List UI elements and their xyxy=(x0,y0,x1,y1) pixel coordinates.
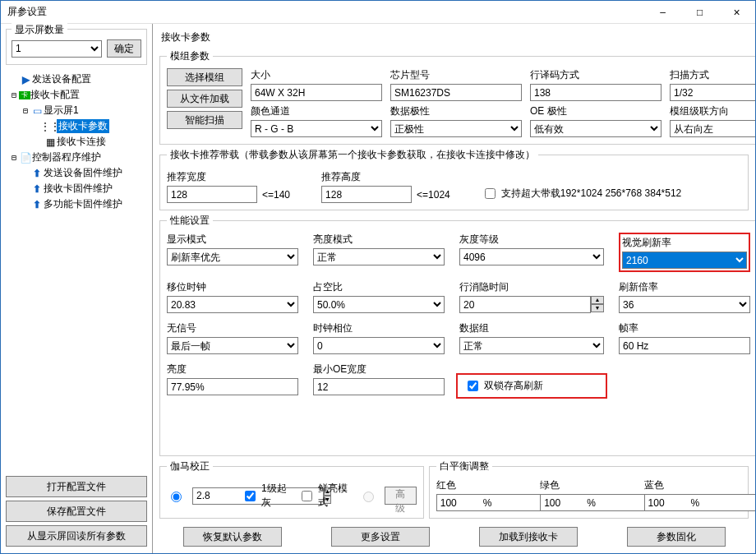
brightness-mode-select[interactable]: 正常 xyxy=(313,248,445,265)
shift-clock-label: 移位时钟 xyxy=(167,280,298,294)
scan-label: 扫描方式 xyxy=(670,68,755,82)
recommended-load-group: 接收卡推荐带载（带载参数从该屏幕第一个接收卡参数获取，在接收卡连接中修改） 推荐… xyxy=(159,148,749,210)
nosignal-select[interactable]: 最后一帧 xyxy=(167,337,298,354)
blank-down[interactable]: ▼ xyxy=(591,304,604,312)
advanced-button: 高级 xyxy=(385,487,417,505)
gray-label: 灰度等级 xyxy=(459,233,604,247)
double-latch-checkbox[interactable] xyxy=(468,381,478,391)
phase-label: 时钟相位 xyxy=(313,321,445,335)
minimize-button[interactable]: – xyxy=(644,1,681,24)
rec-legend: 接收卡推荐带载（带载参数从该屏幕第一个接收卡参数获取，在接收卡连接中修改） xyxy=(167,148,538,162)
level1-gray-label: 1级起灰 xyxy=(261,482,290,510)
brightness-field xyxy=(167,378,298,395)
module-legend: 模组参数 xyxy=(167,49,213,63)
adv-radio xyxy=(363,492,374,502)
phase-select[interactable]: 0 xyxy=(313,337,445,354)
open-config-button[interactable]: 打开配置文件 xyxy=(6,476,147,497)
wb-blue-input[interactable] xyxy=(644,494,755,511)
multiplier-select[interactable]: 36 xyxy=(619,296,750,313)
display-mode-label: 显示模式 xyxy=(167,233,298,247)
refresh-rate-highlight: 视觉刷新率 2160 xyxy=(619,233,750,272)
double-latch-label: 双锁存高刷新 xyxy=(484,379,543,393)
load-to-receiver-button[interactable]: 加载到接收卡 xyxy=(479,527,578,547)
more-settings-button[interactable]: 更多设置 xyxy=(331,527,430,547)
oe-select[interactable]: 低有效 xyxy=(530,120,662,137)
polarity-label: 数据极性 xyxy=(390,104,522,118)
restore-defaults-button[interactable]: 恢复默认参数 xyxy=(183,527,282,547)
screen-count-select[interactable]: 1 xyxy=(12,40,102,58)
tree-screen1[interactable]: ⊟▭ 显示屏1 xyxy=(6,103,147,118)
confirm-button[interactable]: 确定 xyxy=(107,39,141,58)
screen-count-label: 显示屏数量 xyxy=(12,23,67,37)
rec-height-field xyxy=(321,186,412,203)
vivid-label: 鲜亮模式 xyxy=(318,482,351,510)
tree-fw-recv[interactable]: ⬆ 接收卡固件维护 xyxy=(6,181,147,196)
cascade-label: 模组级联方向 xyxy=(670,104,755,118)
tree-recv-config[interactable]: ⊟卡 接收卡配置 xyxy=(6,87,147,103)
tree-fw-send[interactable]: ⬆ 发送设备固件维护 xyxy=(6,165,147,181)
read-from-screen-button[interactable]: 从显示屏回读所有参数 xyxy=(6,525,147,547)
wb-blue-label: 蓝色 xyxy=(644,478,741,492)
chip-field xyxy=(390,84,522,101)
fps-label: 帧率 xyxy=(619,321,750,335)
titlebar: 屏参设置 – □ × xyxy=(1,1,755,24)
level1-gray-checkbox[interactable] xyxy=(245,491,256,501)
select-module-button[interactable]: 选择模组 xyxy=(167,68,242,86)
left-buttons: 打开配置文件 保存配置文件 从显示屏回读所有参数 xyxy=(4,473,149,550)
window: 屏参设置 – □ × 显示屏数量 1 确定 ▶ 发送设备配置 xyxy=(0,0,756,554)
color-label: 颜色通道 xyxy=(251,104,382,118)
duty-select[interactable]: 50.0% xyxy=(313,296,445,313)
size-field xyxy=(251,84,382,101)
load-from-file-button[interactable]: 从文件加载 xyxy=(167,90,242,108)
footer-buttons: 恢复默认参数 更多设置 加载到接收卡 参数固化 xyxy=(159,522,749,547)
tree-recv-params[interactable]: ⋮⋮ 接收卡参数 xyxy=(6,118,147,134)
brightness-mode-label: 亮度模式 xyxy=(313,233,445,247)
tree-fw-multi[interactable]: ⬆ 多功能卡固件维护 xyxy=(6,196,147,212)
gamma-group: 伽马校正 ▲▼ 1级起灰 鲜亮模式 高级 xyxy=(159,459,424,519)
rec-height-label: 推荐高度 xyxy=(321,170,450,184)
right-panel: 接收卡参数 模组参数 大小 芯片型号 行译码方式 扫描方式 选择模组 从文件加载 xyxy=(153,24,755,553)
refresh-rate-select[interactable]: 2160 xyxy=(622,252,747,269)
display-mode-select[interactable]: 刷新率优先 xyxy=(167,248,298,265)
cascade-select[interactable]: 从右向左 xyxy=(670,120,755,137)
module-params-group: 模组参数 大小 芯片型号 行译码方式 扫描方式 选择模组 从文件加载 智能扫描 xyxy=(159,49,755,145)
polarity-select[interactable]: 正极性 xyxy=(390,120,522,137)
tree-ctrl-maint[interactable]: ⊟📄 控制器程序维护 xyxy=(6,150,147,165)
wb-green-label: 绿色 xyxy=(540,478,637,492)
rec-width-label: 推荐宽度 xyxy=(167,170,290,184)
gamma-radio[interactable] xyxy=(171,492,182,502)
vivid-checkbox[interactable] xyxy=(302,491,312,501)
gray-select[interactable]: 4096 xyxy=(459,248,604,265)
chip-label: 芯片型号 xyxy=(390,68,522,82)
rec-width-hint: <=140 xyxy=(262,189,290,201)
blank-label: 行消隐时间 xyxy=(459,280,604,294)
size-label: 大小 xyxy=(251,68,382,82)
big-load-label: 支持超大带载192*1024 256*768 384*512 xyxy=(501,187,681,201)
fps-field xyxy=(619,337,750,354)
tree-recv-conn[interactable]: ▦ 接收卡连接 xyxy=(6,134,147,150)
big-load-checkbox[interactable] xyxy=(485,188,496,199)
config-tree: ▶ 发送设备配置 ⊟卡 接收卡配置 ⊟▭ 显示屏1 ⋮⋮ 接收卡参数 ▦ 接 xyxy=(4,67,149,473)
rec-height-hint: <=1024 xyxy=(417,189,450,201)
smart-scan-button[interactable]: 智能扫描 xyxy=(167,111,242,129)
maximize-button[interactable]: □ xyxy=(681,1,718,24)
solidify-button[interactable]: 参数固化 xyxy=(627,527,726,547)
close-button[interactable]: × xyxy=(718,1,755,24)
save-config-button[interactable]: 保存配置文件 xyxy=(6,501,147,522)
shift-clock-select[interactable]: 20.83 xyxy=(167,296,298,313)
gamma-legend: 伽马校正 xyxy=(167,459,213,473)
blank-up[interactable]: ▲ xyxy=(591,296,604,304)
tree-send-config[interactable]: ▶ 发送设备配置 xyxy=(6,72,147,87)
refresh-rate-label: 视觉刷新率 xyxy=(622,236,747,250)
minoe-label: 最小OE宽度 xyxy=(313,362,445,376)
white-balance-group: 白平衡调整 红色 ▲▼% 绿色 ▲▼% 蓝色 ▲▼% xyxy=(429,459,749,519)
blank-input[interactable] xyxy=(459,296,591,313)
window-title: 屏参设置 xyxy=(7,5,644,19)
screen-count-group: 显示屏数量 1 确定 xyxy=(6,29,147,65)
rec-width-field xyxy=(167,186,257,203)
nosignal-label: 无信号 xyxy=(167,321,298,335)
duty-label: 占空比 xyxy=(313,280,445,294)
color-select[interactable]: R - G - B xyxy=(251,120,382,137)
minoe-field xyxy=(313,378,445,395)
datagroup-select[interactable]: 正常 xyxy=(459,337,604,354)
